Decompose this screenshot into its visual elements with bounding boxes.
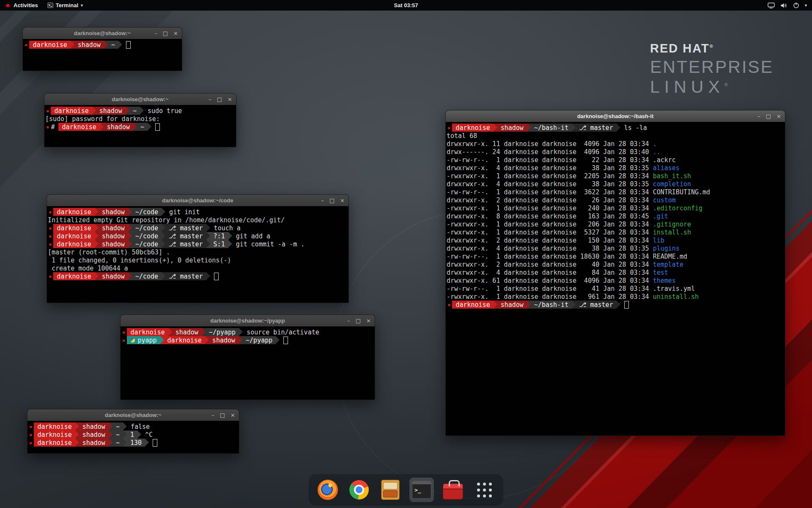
minimize-button[interactable]: – [211,412,214,418]
prompt-icon: ● [121,338,127,342]
maximize-button[interactable]: □ [163,30,168,36]
app-menu-terminal[interactable]: Terminal ▾ [43,0,88,11]
terminal-line: ●darknoiseshadow~/code⎇ masterS:1 git co… [48,240,348,248]
command-text: sudo true [144,107,182,115]
terminal-content[interactable]: ●darknoiseshadow~/bash-it⎇ master ls -la… [446,122,785,436]
prompt-icon: ● [48,210,53,214]
maximize-button[interactable]: □ [217,97,222,102]
window-titlebar[interactable]: darknoise@shadow:~ – □ × [44,94,236,105]
terminal-content[interactable]: ●darknoiseshadow~ [23,39,182,71]
minimize-button[interactable]: – [208,97,211,102]
close-button[interactable]: × [173,30,178,36]
chrome-icon [349,480,369,500]
window-titlebar[interactable]: darknoise@shadow:~ – □ × [23,28,182,39]
minimize-button[interactable]: – [757,113,760,119]
output-text: .travis.yml [653,285,695,293]
dock-software[interactable] [441,478,465,502]
redhat-logo-text: RED HAT® ENTERPRISE LINUX® [650,42,774,96]
close-button[interactable]: × [230,412,235,418]
powerline-arrow-icon [95,224,99,232]
activities-button[interactable]: Activities [0,0,43,11]
terminal-line: [sudo] password for darknoise: [45,115,235,123]
close-button[interactable]: × [366,318,371,323]
dock-terminal[interactable]: >_ [409,478,434,502]
maximize-button[interactable]: □ [766,113,771,119]
output-text: drwxrwxr-x. 4 darknoise darknoise 84 Jan… [447,269,653,276]
powerline-arrow-icon [206,224,210,232]
terminal-content[interactable]: ●darknoiseshadow~/pyapp source bin/activ… [121,326,375,400]
terminal-content[interactable]: ●darknoiseshadow~ sudo true[sudo] passwo… [44,105,236,147]
maximize-button[interactable]: □ [220,412,225,418]
output-text: -rwxrwxr-x. 1 darknoise darknoise 2205 J… [447,172,653,180]
clock[interactable]: Sat 03:57 [390,0,422,11]
close-button[interactable]: × [228,97,232,102]
window-title: darknoise@shadow:~/code [162,197,233,204]
powerline-arrow-icon [617,124,620,132]
maximize-button[interactable]: □ [329,198,335,203]
powerline-segment: darknoise [127,328,168,336]
top-bar: Activities Terminal ▾ Sat 03:57 ▾ [0,0,812,11]
window-title: darknoise@shadow:~/pyapp [210,318,285,324]
window-titlebar[interactable]: darknoise@shadow:~/bash-it – □ × [446,110,785,122]
window-title: darknoise@shadow:~/bash-it [577,113,654,119]
window-titlebar[interactable]: darknoise@shadow:~ – □ × [27,409,239,421]
output-text: install.sh [653,229,691,236]
close-button[interactable]: × [776,113,781,119]
terminal-line: -rw-rw-r--. 1 darknoise darknoise 41 Jan… [447,284,784,293]
minimize-button[interactable]: – [347,318,350,323]
output-text: [sudo] password for darknoise: [45,115,160,123]
terminal-window-home-1: darknoise@shadow:~ – □ × ●darknoiseshado… [22,27,182,71]
powerline-arrow-icon [205,336,209,344]
powerline-segment: shadow [104,123,133,131]
powerline-segment: shadow [99,208,128,216]
terminal-line: drwxrwxr-x. 8 darknoise darknoise 163 Ja… [447,212,784,220]
powerline-segment: ~/code [132,240,162,248]
dock-firefox[interactable] [315,478,340,502]
powerline-segment: 130 [127,439,145,447]
window-titlebar[interactable]: darknoise@shadow:~/pyapp – □ × [121,315,375,327]
terminal-line: ●darknoiseshadow~/code git init [48,208,348,216]
powerline-segment: ~/code [132,272,162,280]
powerline-segment: shadow [79,422,109,431]
terminal-window-home-2: darknoise@shadow:~ – □ × ●darknoiseshado… [27,409,239,454]
minimize-button[interactable]: – [321,198,324,203]
powerline-segment: ~/code [132,224,162,232]
close-button[interactable]: × [340,198,345,203]
prompt-icon: ● [48,242,53,246]
dock-files[interactable] [378,478,403,502]
terminal-mini-icon [47,3,53,8]
output-text: -rw-rw-r--. 1 darknoise darknoise 22 Jan… [447,156,653,164]
terminal-cursor [283,337,288,344]
files-icon [381,480,400,500]
dock-show-applications[interactable] [472,478,497,502]
prompt-icon: ● [28,441,34,445]
powerline-arrow-icon [494,124,497,132]
output-text: drwxrwxr-x. 2 darknoise darknoise 26 Jan… [447,196,653,204]
terminal-line: 1 file changed, 0 insertions(+), 0 delet… [48,256,348,264]
powerline-arrow-icon [527,124,531,132]
command-text: git commit -a -m . [232,240,305,248]
maximize-button[interactable]: □ [356,318,361,323]
volume-icon [780,3,787,8]
terminal-cursor [126,41,131,49]
terminal-content[interactable]: ●darknoiseshadow~ false●darknoiseshadow~… [27,421,239,453]
system-status-area[interactable]: ▾ [764,0,810,11]
powerline-segment: shadow [79,439,109,447]
powerline-segment: darknoise [34,439,75,447]
terminal-line: ●# darknoiseshadow~ [45,123,235,131]
powerline-segment: ~ [137,123,148,131]
prompt-icon: ● [447,126,452,130]
output-text: aliases [653,164,680,172]
powerline-arrow-icon [206,240,210,248]
minimize-button[interactable]: – [154,30,157,36]
output-text: -rwxrwxr-x. 1 darknoise darknoise 206 Ja… [447,221,653,228]
prompt-icon: ● [28,433,34,437]
window-titlebar[interactable]: darknoise@shadow:~/code – □ × [47,195,348,207]
powerline-arrow-icon [118,41,122,49]
dock-chrome[interactable] [347,478,371,502]
terminal-content[interactable]: ●darknoiseshadow~/code git initInitializ… [47,206,348,303]
output-text: drwxrwxr-x. 2 darknoise darknoise 150 Ja… [447,237,653,244]
powerline-segment: shadow [99,232,128,240]
terminal-line: drwxrwxr-x. 2 darknoise darknoise 40 Jan… [447,260,784,268]
powerline-segment: 1 [127,431,137,439]
